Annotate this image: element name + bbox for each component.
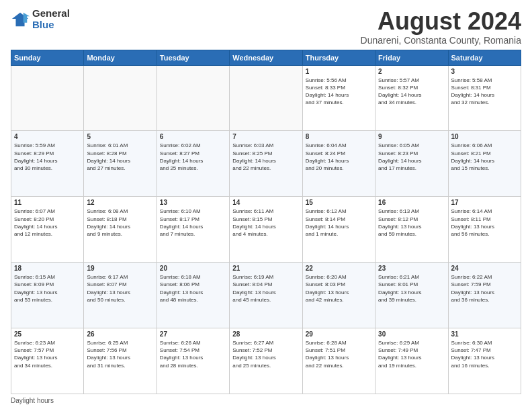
- day-number: 30: [378, 330, 445, 338]
- day-info: Sunrise: 6:15 AM Sunset: 8:09 PM Dayligh…: [14, 273, 81, 304]
- footer-note: Daylight hours: [11, 397, 521, 404]
- page: General Blue August 2024 Dunareni, Const…: [0, 0, 532, 411]
- calendar-day-cell: 9Sunrise: 6:05 AM Sunset: 8:23 PM Daylig…: [375, 131, 448, 197]
- calendar-day-cell: 17Sunrise: 6:14 AM Sunset: 8:11 PM Dayli…: [448, 197, 521, 263]
- calendar: SundayMondayTuesdayWednesdayThursdayFrid…: [11, 50, 521, 394]
- day-number: 5: [87, 133, 153, 140]
- logo-text: General Blue: [32, 8, 70, 30]
- calendar-day-cell: 4Sunrise: 5:59 AM Sunset: 8:29 PM Daylig…: [11, 131, 84, 197]
- calendar-day-cell: 29Sunrise: 6:28 AM Sunset: 7:51 PM Dayli…: [302, 328, 375, 394]
- calendar-week-row: 4Sunrise: 5:59 AM Sunset: 8:29 PM Daylig…: [11, 131, 521, 197]
- calendar-day-header: Sunday: [11, 50, 84, 65]
- calendar-day-cell: 19Sunrise: 6:17 AM Sunset: 8:07 PM Dayli…: [84, 263, 157, 328]
- day-number: 1: [306, 68, 372, 75]
- day-number: 19: [87, 265, 153, 272]
- calendar-day-cell: 3Sunrise: 5:58 AM Sunset: 8:31 PM Daylig…: [448, 65, 521, 131]
- day-info: Sunrise: 6:25 AM Sunset: 7:56 PM Dayligh…: [87, 339, 153, 369]
- calendar-day-cell: 10Sunrise: 6:06 AM Sunset: 8:21 PM Dayli…: [448, 131, 521, 197]
- calendar-week-row: 25Sunrise: 6:23 AM Sunset: 7:57 PM Dayli…: [11, 328, 521, 394]
- day-number: 7: [232, 133, 299, 140]
- calendar-header-row: SundayMondayTuesdayWednesdayThursdayFrid…: [11, 50, 521, 65]
- day-number: 3: [451, 68, 518, 75]
- calendar-day-cell: [11, 65, 84, 131]
- day-number: 18: [14, 265, 81, 272]
- calendar-day-header: Wednesday: [230, 50, 302, 65]
- day-number: 12: [87, 199, 153, 206]
- day-number: 23: [378, 265, 445, 272]
- day-number: 27: [160, 330, 226, 338]
- day-info: Sunrise: 6:02 AM Sunset: 8:27 PM Dayligh…: [160, 142, 226, 172]
- calendar-day-cell: 25Sunrise: 6:23 AM Sunset: 7:57 PM Dayli…: [11, 328, 84, 394]
- calendar-day-header: Saturday: [448, 50, 521, 65]
- day-info: Sunrise: 6:05 AM Sunset: 8:23 PM Dayligh…: [378, 142, 445, 172]
- day-info: Sunrise: 6:08 AM Sunset: 8:18 PM Dayligh…: [87, 208, 153, 238]
- calendar-day-cell: [157, 65, 229, 131]
- day-info: Sunrise: 5:59 AM Sunset: 8:29 PM Dayligh…: [14, 142, 81, 172]
- day-info: Sunrise: 6:13 AM Sunset: 8:12 PM Dayligh…: [378, 208, 445, 238]
- calendar-day-cell: 28Sunrise: 6:27 AM Sunset: 7:52 PM Dayli…: [230, 328, 302, 394]
- svg-marker-1: [24, 12, 30, 22]
- day-number: 31: [451, 330, 518, 338]
- calendar-day-header: Monday: [84, 50, 157, 65]
- calendar-day-cell: [230, 65, 302, 131]
- logo-blue-text: Blue: [32, 19, 70, 31]
- logo: General Blue: [11, 8, 70, 30]
- day-number: 24: [451, 265, 518, 272]
- calendar-day-cell: 11Sunrise: 6:07 AM Sunset: 8:20 PM Dayli…: [11, 197, 84, 263]
- calendar-day-cell: 23Sunrise: 6:21 AM Sunset: 8:01 PM Dayli…: [375, 263, 448, 328]
- calendar-week-row: 11Sunrise: 6:07 AM Sunset: 8:20 PM Dayli…: [11, 197, 521, 263]
- main-title: August 2024: [361, 8, 521, 35]
- day-info: Sunrise: 6:07 AM Sunset: 8:20 PM Dayligh…: [14, 208, 81, 238]
- calendar-day-cell: 24Sunrise: 6:22 AM Sunset: 7:59 PM Dayli…: [448, 263, 521, 328]
- day-info: Sunrise: 6:21 AM Sunset: 8:01 PM Dayligh…: [378, 273, 445, 304]
- day-number: 15: [306, 199, 372, 206]
- day-number: 2: [378, 68, 445, 75]
- day-number: 11: [14, 199, 81, 206]
- day-number: 25: [14, 330, 81, 338]
- calendar-day-cell: 13Sunrise: 6:10 AM Sunset: 8:17 PM Dayli…: [157, 197, 229, 263]
- day-number: 21: [232, 265, 299, 272]
- day-number: 10: [451, 133, 518, 140]
- calendar-day-cell: 12Sunrise: 6:08 AM Sunset: 8:18 PM Dayli…: [84, 197, 157, 263]
- calendar-day-cell: 14Sunrise: 6:11 AM Sunset: 8:15 PM Dayli…: [230, 197, 302, 263]
- top-section: General Blue August 2024 Dunareni, Const…: [11, 8, 521, 46]
- day-number: 17: [451, 199, 518, 206]
- calendar-day-cell: [84, 65, 157, 131]
- day-info: Sunrise: 6:29 AM Sunset: 7:49 PM Dayligh…: [378, 339, 445, 369]
- calendar-day-cell: 1Sunrise: 5:56 AM Sunset: 8:33 PM Daylig…: [302, 65, 375, 131]
- day-number: 4: [14, 133, 81, 140]
- day-info: Sunrise: 5:58 AM Sunset: 8:31 PM Dayligh…: [451, 77, 518, 107]
- day-number: 20: [160, 265, 226, 272]
- calendar-week-row: 1Sunrise: 5:56 AM Sunset: 8:33 PM Daylig…: [11, 65, 521, 131]
- day-number: 9: [378, 133, 445, 140]
- day-info: Sunrise: 6:28 AM Sunset: 7:51 PM Dayligh…: [306, 339, 372, 369]
- day-info: Sunrise: 6:01 AM Sunset: 8:28 PM Dayligh…: [87, 142, 153, 172]
- day-number: 22: [306, 265, 372, 272]
- day-number: 26: [87, 330, 153, 338]
- day-info: Sunrise: 6:17 AM Sunset: 8:07 PM Dayligh…: [87, 273, 153, 304]
- calendar-week-row: 18Sunrise: 6:15 AM Sunset: 8:09 PM Dayli…: [11, 263, 521, 328]
- day-number: 14: [232, 199, 299, 206]
- day-info: Sunrise: 6:06 AM Sunset: 8:21 PM Dayligh…: [451, 142, 518, 172]
- calendar-day-cell: 31Sunrise: 6:30 AM Sunset: 7:47 PM Dayli…: [448, 328, 521, 394]
- calendar-day-header: Friday: [375, 50, 448, 65]
- day-info: Sunrise: 5:56 AM Sunset: 8:33 PM Dayligh…: [306, 77, 372, 107]
- day-info: Sunrise: 5:57 AM Sunset: 8:32 PM Dayligh…: [378, 77, 445, 107]
- day-info: Sunrise: 6:18 AM Sunset: 8:06 PM Dayligh…: [160, 273, 226, 304]
- day-info: Sunrise: 6:12 AM Sunset: 8:14 PM Dayligh…: [306, 208, 372, 238]
- day-number: 29: [306, 330, 372, 338]
- day-info: Sunrise: 6:03 AM Sunset: 8:25 PM Dayligh…: [232, 142, 299, 172]
- calendar-day-header: Tuesday: [157, 50, 229, 65]
- logo-general-text: General: [32, 8, 70, 19]
- calendar-day-cell: 7Sunrise: 6:03 AM Sunset: 8:25 PM Daylig…: [230, 131, 302, 197]
- calendar-day-cell: 30Sunrise: 6:29 AM Sunset: 7:49 PM Dayli…: [375, 328, 448, 394]
- day-number: 8: [306, 133, 372, 140]
- day-info: Sunrise: 6:27 AM Sunset: 7:52 PM Dayligh…: [232, 339, 299, 369]
- day-info: Sunrise: 6:20 AM Sunset: 8:03 PM Dayligh…: [306, 273, 372, 304]
- day-info: Sunrise: 6:30 AM Sunset: 7:47 PM Dayligh…: [451, 339, 518, 369]
- day-info: Sunrise: 6:22 AM Sunset: 7:59 PM Dayligh…: [451, 273, 518, 304]
- calendar-day-cell: 21Sunrise: 6:19 AM Sunset: 8:04 PM Dayli…: [230, 263, 302, 328]
- calendar-day-cell: 6Sunrise: 6:02 AM Sunset: 8:27 PM Daylig…: [157, 131, 229, 197]
- day-info: Sunrise: 6:04 AM Sunset: 8:24 PM Dayligh…: [306, 142, 372, 172]
- logo-icon: [11, 10, 30, 29]
